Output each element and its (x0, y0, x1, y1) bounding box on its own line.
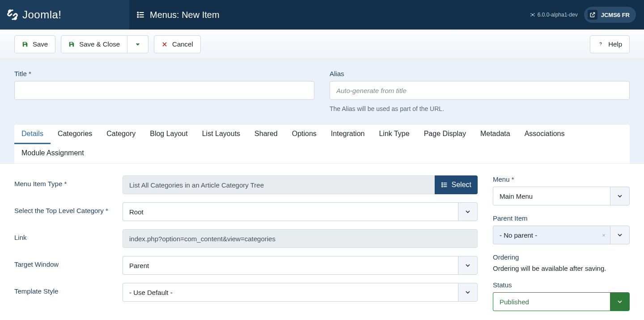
status-select[interactable]: Published (493, 292, 630, 311)
link-value: index.php?option=com_content&view=catego… (123, 229, 478, 248)
help-button[interactable]: Help (590, 35, 630, 53)
chevron-down-icon (458, 202, 478, 221)
brand-name: Joomla! (22, 9, 62, 21)
svg-point-15 (441, 183, 442, 183)
svg-point-6 (532, 14, 534, 16)
tab-list-layouts[interactable]: List Layouts (195, 125, 247, 144)
link-label: Link (14, 229, 123, 241)
title-input[interactable] (14, 81, 314, 100)
target-window-label: Target Window (14, 256, 123, 268)
tab-categories[interactable]: Categories (51, 125, 99, 144)
tab-module-assignment[interactable]: Module Assignment (14, 144, 91, 163)
version-text: 6.0.0-alpha1-dev (530, 12, 578, 18)
cancel-button[interactable]: Cancel (154, 35, 201, 53)
parent-item-select[interactable]: - No parent - × (493, 226, 630, 244)
menu-select[interactable]: Main Menu (493, 187, 630, 205)
chevron-down-icon (610, 226, 630, 244)
chevron-down-icon (610, 187, 630, 205)
title-label: Title * (14, 70, 314, 77)
top-level-category-label: Select the Top Level Category * (14, 202, 123, 214)
menu-item-type-value: List All Categories in an Article Catego… (123, 175, 435, 194)
list-icon (136, 10, 145, 19)
template-style-label: Template Style (14, 283, 123, 295)
tab-category[interactable]: Category (99, 125, 143, 144)
svg-point-5 (137, 17, 138, 17)
tab-options[interactable]: Options (285, 125, 324, 144)
chevron-down-icon (135, 41, 141, 47)
tab-blog-layout[interactable]: Blog Layout (143, 125, 195, 144)
tabs: DetailsCategoriesCategoryBlog LayoutList… (14, 125, 630, 163)
alias-label: Alias (330, 70, 630, 77)
brand[interactable]: Joomla! (0, 0, 129, 30)
alias-help: The Alias will be used as part of the UR… (330, 105, 630, 112)
chevron-down-icon (458, 283, 478, 302)
chevron-down-icon (610, 292, 630, 311)
tab-metadata[interactable]: Metadata (473, 125, 517, 144)
svg-point-17 (441, 186, 442, 187)
svg-point-8 (534, 13, 534, 14)
tab-shared[interactable]: Shared (247, 125, 285, 144)
svg-point-7 (530, 13, 531, 14)
save-icon (22, 41, 28, 47)
select-menu-item-type-button[interactable]: Select (435, 175, 478, 194)
parent-item-label: Parent Item (493, 214, 630, 222)
menu-label: Menu * (493, 175, 630, 183)
tab-link-type[interactable]: Link Type (372, 125, 416, 144)
save-icon (68, 41, 75, 47)
ordering-text: Ordering will be available after saving. (493, 265, 630, 272)
svg-point-10 (534, 15, 534, 16)
save-close-button[interactable]: Save & Close (61, 35, 127, 53)
status-label: Status (493, 281, 630, 289)
tab-page-display[interactable]: Page Display (417, 125, 473, 144)
target-window-select[interactable]: Parent (123, 256, 478, 275)
save-button[interactable]: Save (14, 35, 55, 53)
page-title: Menus: New Item (150, 10, 220, 20)
template-style-select[interactable]: - Use Default - (123, 283, 478, 302)
save-dropdown-toggle[interactable] (127, 35, 148, 53)
tab-details[interactable]: Details (14, 125, 51, 144)
alias-input[interactable] (330, 81, 630, 100)
clear-parent-button[interactable]: × (597, 226, 610, 244)
joomla-logo-icon (6, 9, 19, 21)
site-badge[interactable]: JCMS6 FR (584, 7, 636, 23)
external-link-icon (588, 10, 597, 20)
svg-point-4 (137, 14, 138, 15)
chevron-down-icon (458, 256, 478, 275)
ordering-label: Ordering (493, 253, 630, 261)
tab-integration[interactable]: Integration (324, 125, 372, 144)
question-icon (597, 41, 604, 47)
svg-point-9 (530, 15, 531, 16)
svg-point-16 (441, 184, 442, 185)
list-icon (441, 181, 448, 188)
top-level-category-select[interactable]: Root (123, 202, 478, 221)
menu-item-type-label: Menu Item Type * (14, 175, 123, 188)
svg-point-3 (137, 12, 138, 13)
close-icon (161, 41, 168, 47)
tab-associations[interactable]: Associations (517, 125, 572, 144)
svg-point-11 (601, 45, 601, 46)
